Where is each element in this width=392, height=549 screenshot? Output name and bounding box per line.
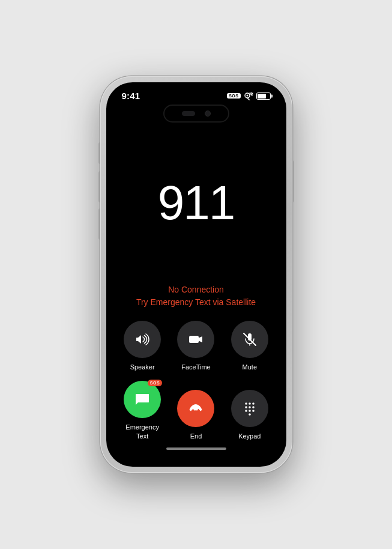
svg-point-11 (245, 410, 247, 412)
phone-device: 9:41 SOS (100, 76, 292, 473)
number-section: 911 (118, 123, 274, 284)
message-icon (134, 391, 151, 408)
emergency-text-label: Emergency Text (121, 423, 164, 440)
actions-row-1: Speaker FaceTime (118, 321, 274, 371)
front-camera (205, 111, 211, 117)
status-icons: SOS (227, 92, 270, 100)
svg-point-13 (252, 410, 255, 412)
status-bar: 9:41 SOS (106, 82, 286, 105)
actions-section: Speaker FaceTime (118, 321, 274, 440)
emergency-number: 911 (158, 175, 234, 231)
svg-point-7 (252, 402, 255, 405)
battery-icon (256, 93, 271, 100)
actions-row-2: SOS Emergency Text (118, 381, 274, 440)
connection-status: No Connection Try Emergency Text via Sat… (118, 284, 274, 309)
end-call-icon (187, 400, 204, 417)
svg-point-8 (245, 406, 247, 408)
svg-rect-1 (189, 336, 199, 343)
keypad-icon (243, 401, 257, 416)
keypad-label: Keypad (238, 432, 261, 440)
sos-badge: SOS (227, 93, 240, 99)
svg-point-9 (249, 406, 251, 408)
facetime-icon (188, 332, 204, 347)
sos-badge-btn: SOS (148, 380, 162, 386)
face-id-sensor (182, 111, 195, 116)
phone-content: 911 No Connection Try Emergency Text via… (106, 123, 286, 467)
no-connection-line1: No Connection (168, 285, 224, 294)
mute-label: Mute (243, 363, 257, 371)
emergency-text-action: SOS Emergency Text (121, 381, 164, 440)
svg-point-12 (249, 410, 251, 412)
svg-point-14 (249, 413, 251, 416)
end-button[interactable] (177, 390, 214, 427)
speaker-icon (134, 332, 150, 347)
facetime-label: FaceTime (181, 363, 211, 371)
svg-point-0 (246, 94, 248, 96)
home-indicator (166, 447, 226, 450)
mute-icon (242, 332, 258, 347)
speaker-action: Speaker (121, 321, 164, 371)
end-action: End (174, 390, 217, 440)
end-label: End (190, 432, 202, 440)
mute-button[interactable] (231, 321, 268, 358)
phone-screen: 9:41 SOS (106, 82, 286, 467)
svg-point-6 (249, 402, 251, 405)
mute-action: Mute (228, 321, 271, 371)
speaker-button[interactable] (124, 321, 161, 358)
speaker-label: Speaker (130, 363, 155, 371)
facetime-button[interactable] (177, 321, 214, 358)
connection-message: No Connection Try Emergency Text via Sat… (130, 284, 262, 309)
phone-frame: 9:41 SOS (100, 76, 292, 473)
no-connection-line2: Try Emergency Text via Satellite (136, 297, 256, 307)
emergency-text-button[interactable]: SOS (124, 381, 161, 418)
facetime-action: FaceTime (174, 321, 217, 371)
svg-point-5 (245, 402, 247, 405)
satellite-icon (244, 92, 253, 100)
svg-point-10 (252, 406, 255, 408)
dynamic-island (163, 105, 229, 123)
keypad-action: Keypad (228, 390, 271, 440)
status-time: 9:41 (122, 91, 140, 101)
battery-fill (258, 94, 266, 99)
keypad-button[interactable] (231, 390, 268, 427)
